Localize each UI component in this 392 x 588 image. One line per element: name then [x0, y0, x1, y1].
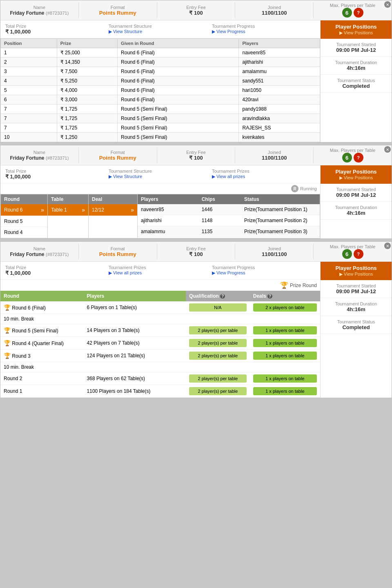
prize-cell-1: Total Prize ₹ 1,00,000	[5, 24, 109, 35]
name-value-2: Friday Fortune (#8723371)	[4, 155, 74, 161]
qual-cell: N/A	[189, 303, 247, 312]
running-circle-icon: R	[291, 185, 298, 192]
player-cell: amalammu	[239, 67, 320, 76]
name-value-1: Friday Fortune (#8723371)	[4, 10, 74, 16]
table-row: 6 ₹ 3,000 Round 6 (Final) 420ravi	[1, 95, 320, 105]
max-cell-3: Max. Players per Table 6 ?	[314, 242, 392, 261]
view-positions-link-2[interactable]: ▶ View Positions	[339, 175, 373, 180]
header-row-2: Name Friday Fortune (#8723371) Format Po…	[0, 145, 392, 165]
sidebar-positions-2: Player Positions ▶ View Positions	[321, 165, 392, 184]
prize-cell-2: Total Prize ₹ 1,00,000	[5, 169, 109, 180]
struct-qual: 2 player(s) per table	[186, 337, 250, 350]
round-cell: Round 6 (Final)	[118, 58, 239, 67]
content-area-3: Total Prize ₹ 1,00,000 Tournament Prizes…	[0, 262, 320, 398]
close-button-2[interactable]: ✕	[384, 146, 391, 153]
player-chips-1: 1446	[198, 204, 241, 215]
joined-cell-1: Joined 1100/1100	[235, 2, 314, 18]
struct-round: 🏆 Round 3	[0, 350, 84, 362]
struct-deals: 1 x players on table	[250, 350, 320, 362]
help-badge-1[interactable]: ?	[354, 8, 363, 18]
struct-col-players: Players	[84, 291, 186, 301]
struct-row: 🏆 Round 3 124 Players on 21 Table(s) 2 p…	[0, 350, 320, 362]
break-row: 10 min. Break	[0, 314, 320, 324]
table-1-arrow: »	[82, 207, 85, 213]
view-progress-link-3[interactable]: ▶ View Progress	[212, 270, 245, 275]
round-item-6[interactable]: Round 6 »	[1, 204, 47, 216]
sidebar-started-3: Tournament Started 09:00 PM Jul-12	[321, 280, 392, 298]
player-name-3: amalammu	[138, 226, 198, 237]
round-6-arrow: »	[41, 207, 44, 213]
sidebar-status-1: Tournament Status Completed	[321, 75, 392, 93]
deal-item-1[interactable]: 12/12 »	[89, 204, 137, 216]
struct-players: 6 Players on 1 Table(s)	[84, 301, 186, 314]
header-row-1: Name Friday Fortune (#8723371) Format Po…	[0, 0, 392, 20]
struct-round: 🏆 Round 6 (Final)	[0, 301, 84, 314]
help-badge-3[interactable]: ?	[354, 249, 363, 259]
view-all-prizes-link-3[interactable]: ▶ View all prizes	[109, 270, 142, 275]
prize-cell: ₹ 4,000	[57, 86, 117, 95]
table-item-1[interactable]: Table 1 »	[48, 204, 88, 216]
round-item-4[interactable]: Round 4	[1, 227, 47, 238]
deals-cell: 1 x players on table	[253, 326, 317, 334]
struct-qual: 2 player(s) per table	[186, 350, 250, 362]
player-row-2: ajitharishi 1148 Prize(Tournament Positi…	[138, 215, 320, 226]
trophy-icon-label: 🏆	[280, 281, 288, 289]
prize-cell: ₹ 14,350	[57, 58, 117, 67]
player-chips-3: 1135	[198, 226, 241, 237]
sidebar-duration-1: Tournament Duration 4h:16m	[321, 57, 392, 75]
struct-players: 42 Players on 7 Table(s)	[84, 337, 186, 350]
view-structure-link-2[interactable]: ▶ View Structure	[109, 174, 142, 179]
table-col-header: Table	[48, 194, 88, 204]
sidebar-status-3: Tournament Status Completed	[321, 316, 392, 334]
qual-cell: 2 player(s) per table	[189, 387, 247, 395]
panel-1: ✕ Name Friday Fortune (#8723371) Format …	[0, 0, 392, 143]
trophy-icon: 🏆	[4, 340, 11, 346]
close-button-1[interactable]: ✕	[384, 1, 391, 8]
struct-players: 124 Players on 21 Table(s)	[84, 350, 186, 362]
round-item-5[interactable]: Round 5	[1, 216, 47, 227]
view-all-prizes-link-2[interactable]: ▶ View all prizes	[212, 174, 245, 179]
player-cell: hari1050	[239, 86, 320, 95]
struct-qual: 2 player(s) per table	[186, 372, 250, 385]
pos-cell: 6	[1, 95, 57, 105]
info-row-1: Total Prize ₹ 1,00,000 Tournament Struct…	[0, 20, 320, 38]
trophy-icon: 🏆	[4, 304, 11, 311]
sidebar-3: Player Positions ▶ View Positions Tourna…	[320, 262, 392, 398]
prize-cell: ₹ 1,250	[57, 133, 117, 142]
help-badge-2[interactable]: ?	[354, 153, 363, 163]
pos-cell: 10	[1, 133, 57, 142]
close-button-3[interactable]: ✕	[384, 243, 391, 249]
pos-cell: 1	[1, 48, 57, 58]
sidebar-started-1: Tournament Started 09:00 PM Jul-12	[321, 39, 392, 57]
entry-cell-1: Entry Fee ₹ 100	[157, 2, 236, 18]
struct-round: Round 2	[0, 372, 84, 385]
sidebar-2: Player Positions ▶ View Positions Tourna…	[320, 165, 392, 238]
player-cell: ajitharishi	[239, 58, 320, 67]
struct-row: 10 min. Break	[0, 314, 320, 324]
struct-col-round: Round	[0, 291, 84, 301]
player-name-2: ajitharishi	[138, 215, 198, 226]
player-status-1: Prize(Tournament Position 1)	[241, 204, 320, 215]
round-cell: Round 5 (Semi Final)	[118, 105, 239, 114]
round-cell: Round 6 (Final)	[118, 48, 239, 58]
break-row: 10 min. Break	[0, 362, 320, 372]
table-row: 1 ₹ 25,000 Round 6 (Final) naveenr85	[1, 48, 320, 58]
view-structure-link-1[interactable]: ▶ View Structure	[109, 29, 142, 34]
view-progress-link-1[interactable]: ▶ View Progress	[212, 29, 245, 34]
pos-cell: 2	[1, 58, 57, 67]
entry-cell-3: Entry Fee ₹ 100	[157, 244, 236, 260]
view-positions-link-3[interactable]: ▶ View Positions	[339, 272, 373, 276]
struct-deals: 2 x players on table	[250, 301, 320, 314]
deal-col-header: Deal	[89, 194, 137, 204]
content-wrapper-3: Total Prize ₹ 1,00,000 Tournament Prizes…	[0, 262, 392, 398]
view-positions-link-1[interactable]: ▶ View Positions	[339, 30, 373, 35]
player-cell: RAJESH_SS	[239, 123, 320, 133]
prize-cell: ₹ 5,250	[57, 76, 117, 86]
pos-cell: 4	[1, 76, 57, 86]
deals-cell: 1 x players on table	[253, 387, 317, 395]
sidebar-positions-3: Player Positions ▶ View Positions	[321, 262, 392, 280]
round-cell: Round 5 (Semi Final)	[118, 114, 239, 123]
player-status-3: Prize(Tournament Position 3)	[241, 226, 320, 237]
struct-qual: 2 player(s) per table	[186, 324, 250, 337]
player-cell: aravindlakka	[239, 114, 320, 123]
